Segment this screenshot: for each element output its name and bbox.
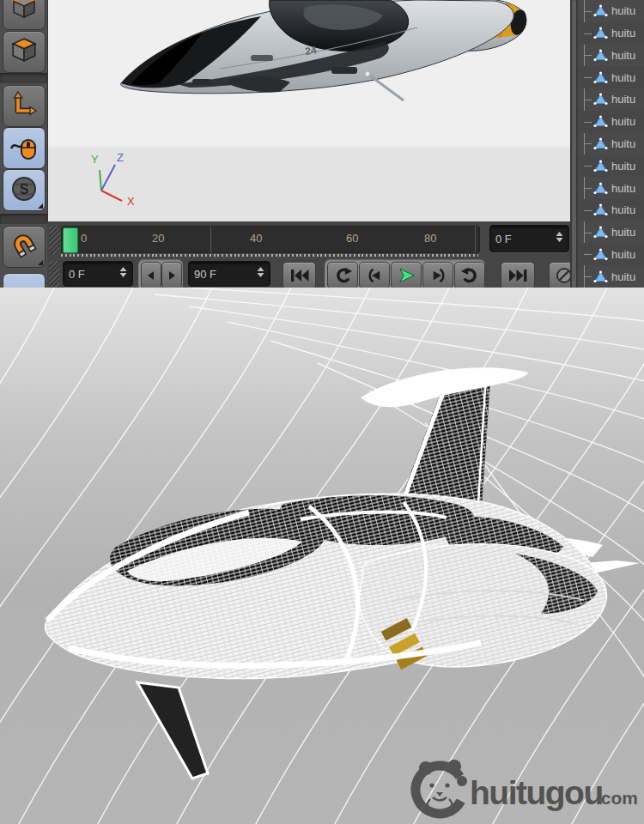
object-list-item[interactable]: huitu — [578, 133, 644, 155]
object-label: huitu — [611, 137, 635, 150]
polygon-object-icon — [593, 137, 608, 150]
playback-group — [325, 259, 485, 288]
toolbar-separator — [0, 214, 47, 224]
spinner-icon[interactable] — [257, 266, 264, 282]
tree-connector — [584, 33, 592, 34]
panel-splitter[interactable] — [570, 0, 578, 288]
object-label: huitu — [611, 160, 635, 173]
tree-connector — [584, 122, 592, 123]
object-list-item[interactable]: huitu — [578, 221, 644, 244]
cube-edge-mode-icon — [11, 0, 37, 23]
start-frame-value: 0 F — [69, 268, 85, 281]
go-to-end-button[interactable] — [501, 262, 535, 288]
play-forwards-icon — [459, 267, 481, 284]
screenshot-root: S — [0, 0, 644, 824]
object-label: huitu — [611, 270, 635, 283]
watermark-brand-text: huitugou — [470, 774, 603, 811]
step-forward-icon — [167, 270, 177, 281]
object-list-item[interactable]: huitu — [578, 243, 644, 265]
snap-sphere-icon: S — [9, 174, 39, 207]
axis-z-label: Z — [117, 151, 124, 164]
wireframe-render-view: huitugou .com — [0, 288, 644, 824]
object-list-item[interactable]: huitu — [578, 22, 644, 45]
tree-connector — [584, 233, 592, 233]
polygon-object-icon — [593, 182, 608, 195]
timeline-playhead[interactable] — [63, 227, 78, 253]
snap-letter: S — [20, 182, 29, 197]
previous-frame-button[interactable] — [359, 262, 390, 288]
play-backwards-button[interactable] — [327, 262, 358, 288]
ruler-label: 0 — [81, 232, 87, 245]
ruler-label: 40 — [250, 232, 262, 245]
tree-connector — [584, 55, 592, 56]
axis-mode-button[interactable] — [3, 85, 46, 127]
axis-y-label: Y — [91, 153, 99, 166]
step-back-button[interactable] — [141, 262, 161, 288]
polygon-object-icon — [593, 248, 608, 261]
left-tool-palette: S — [0, 0, 48, 288]
magnet-snap-button[interactable] — [3, 226, 46, 268]
axis-mode-icon — [10, 91, 38, 122]
next-frame-button[interactable] — [422, 262, 453, 288]
mouse-navigation-icon — [9, 132, 39, 165]
ruler-label: 20 — [152, 232, 164, 245]
polygon-object-icon — [593, 226, 608, 239]
object-manager-panel: huitu huitu — [578, 0, 644, 288]
object-label: huitu — [611, 4, 635, 17]
transport-grip[interactable] — [49, 261, 60, 288]
polygon-object-icon — [593, 27, 608, 39]
object-label: huitu — [611, 248, 635, 261]
object-list-item[interactable]: huitu — [578, 111, 644, 133]
step-back-icon — [146, 270, 156, 281]
object-label: huitu — [611, 71, 635, 84]
previous-frame-icon — [364, 267, 386, 284]
spinner-icon[interactable] — [119, 266, 127, 282]
toolbar-separator — [0, 73, 47, 83]
snap-sphere-button[interactable]: S — [3, 169, 46, 211]
tree-connector — [584, 77, 592, 78]
object-list-item[interactable]: huitu — [578, 177, 644, 199]
go-to-start-icon — [289, 267, 311, 284]
object-list-item[interactable]: huitu — [578, 88, 644, 111]
ship-number-marking: 24 — [304, 44, 318, 58]
submenu-corner — [38, 203, 43, 209]
next-frame-icon — [428, 267, 449, 284]
start-frame-field[interactable]: 0 F — [63, 261, 133, 287]
object-list-item[interactable]: huitu — [578, 265, 644, 288]
object-list-item[interactable]: huitu — [578, 0, 644, 22]
tree-connector — [584, 254, 592, 255]
polygon-object-icon — [593, 4, 608, 17]
object-list-item[interactable]: huitu — [578, 199, 644, 221]
object-list-item[interactable]: huitu — [578, 154, 644, 177]
polygon-mode-button[interactable] — [3, 31, 46, 73]
mouse-navigation-button[interactable] — [3, 127, 46, 169]
play-forwards-button[interactable] — [454, 262, 485, 288]
axis-gizmo: Y Z X — [81, 151, 141, 206]
polygon-object-icon — [593, 160, 608, 173]
timeline-area: 0 20 40 60 80 0 F 0 F — [47, 221, 573, 288]
object-list: huitu huitu — [578, 0, 644, 288]
play-button[interactable] — [391, 262, 422, 288]
frame-step-group — [138, 259, 183, 288]
timeline-grip[interactable] — [49, 226, 60, 254]
object-label: huitu — [611, 226, 635, 239]
current-frame-field[interactable]: 0 F — [489, 225, 569, 252]
go-to-start-button[interactable] — [283, 262, 316, 288]
splitter-bar — [572, 0, 576, 288]
viewport[interactable]: 24 Y Z X — [48, 0, 570, 221]
ruler-ticks — [61, 254, 478, 257]
object-label: huitu — [611, 27, 635, 39]
spinner-icon[interactable] — [556, 231, 563, 246]
cube-polygon-mode-icon — [10, 37, 38, 68]
partial-tool-button[interactable] — [3, 273, 46, 288]
timeline-ruler[interactable]: 0 20 40 60 80 — [61, 226, 480, 253]
tree-connector — [584, 143, 592, 144]
object-list-item[interactable]: huitu — [578, 45, 644, 67]
step-forward-button[interactable] — [161, 262, 182, 288]
end-frame-field[interactable]: 90 F — [188, 261, 270, 287]
polygon-object-icon — [593, 71, 608, 84]
object-list-item[interactable]: huitu — [578, 66, 644, 88]
edge-mode-button[interactable] — [3, 0, 46, 30]
tree-connector — [584, 100, 592, 100]
tree-connector — [584, 276, 592, 277]
